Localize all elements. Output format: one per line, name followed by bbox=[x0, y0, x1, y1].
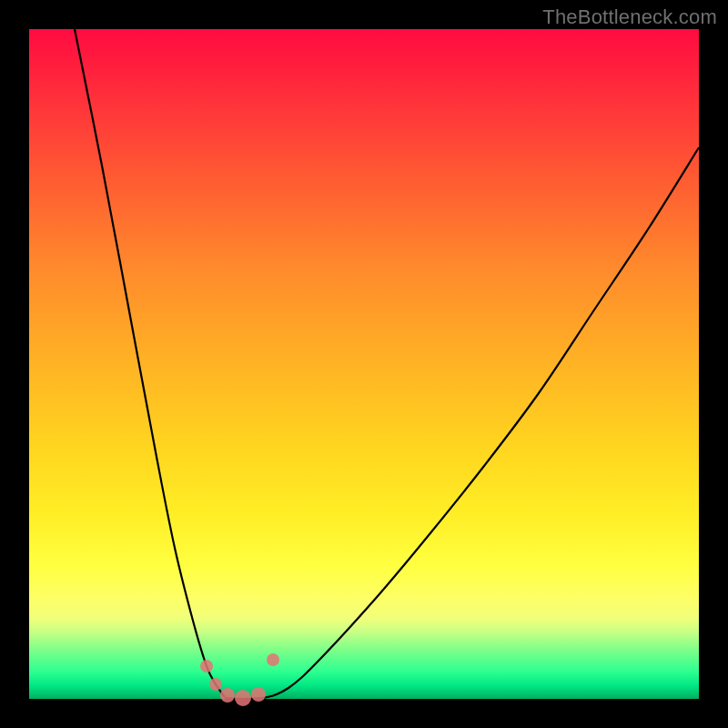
bottleneck-curve-svg bbox=[29, 29, 699, 699]
data-dot bbox=[209, 678, 222, 691]
data-dot bbox=[220, 688, 235, 703]
data-dots-group bbox=[200, 653, 279, 706]
data-dot bbox=[235, 690, 251, 706]
watermark-text: TheBottleneck.com bbox=[542, 5, 717, 29]
curve-right-branch bbox=[261, 147, 699, 698]
data-dot bbox=[267, 653, 279, 666]
curve-left-branch bbox=[75, 29, 225, 697]
chart-plot-area bbox=[29, 29, 699, 699]
data-dot bbox=[200, 660, 213, 672]
data-dot bbox=[251, 687, 266, 702]
